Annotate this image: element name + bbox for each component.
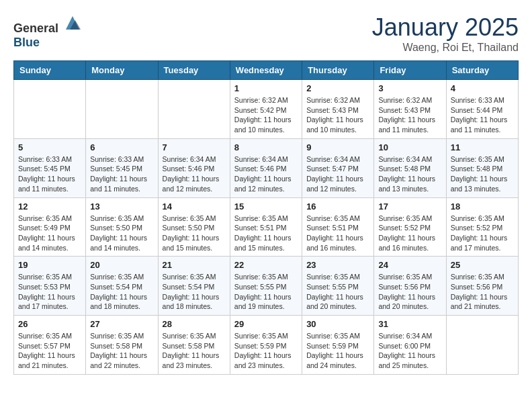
day-number: 20 [90,260,153,270]
day-cell-15: 15Sunrise: 6:35 AM Sunset: 5:51 PM Dayli… [230,197,302,257]
week-row-1: 1Sunrise: 6:32 AM Sunset: 5:42 PM Daylig… [14,80,519,139]
day-info: Sunrise: 6:35 AM Sunset: 5:59 PM Dayligh… [306,331,369,371]
logo-text: General Blue [13,13,82,50]
day-number: 29 [234,319,298,329]
day-info: Sunrise: 6:32 AM Sunset: 5:42 PM Dayligh… [234,95,298,135]
title-block: January 2025 Waeng, Roi Et, Thailand [372,13,519,54]
empty-cell [158,80,230,139]
day-cell-18: 18Sunrise: 6:35 AM Sunset: 5:52 PM Dayli… [446,197,518,257]
day-number: 18 [451,201,514,212]
day-info: Sunrise: 6:35 AM Sunset: 5:56 PM Dayligh… [451,272,514,312]
day-info: Sunrise: 6:35 AM Sunset: 5:49 PM Dayligh… [18,214,81,253]
day-info: Sunrise: 6:34 AM Sunset: 5:47 PM Dayligh… [306,154,369,194]
day-info: Sunrise: 6:35 AM Sunset: 5:53 PM Dayligh… [18,272,81,312]
day-number: 4 [451,83,514,93]
day-cell-22: 22Sunrise: 6:35 AM Sunset: 5:55 PM Dayli… [230,257,302,316]
day-cell-12: 12Sunrise: 6:35 AM Sunset: 5:49 PM Dayli… [14,197,86,257]
day-number: 8 [234,142,298,152]
weekday-header-wednesday: Wednesday [230,61,302,80]
day-cell-11: 11Sunrise: 6:35 AM Sunset: 5:48 PM Dayli… [446,138,518,197]
day-info: Sunrise: 6:35 AM Sunset: 5:56 PM Dayligh… [378,272,441,312]
day-cell-2: 2Sunrise: 6:32 AM Sunset: 5:43 PM Daylig… [302,80,374,139]
day-info: Sunrise: 6:35 AM Sunset: 5:50 PM Dayligh… [90,214,153,253]
day-info: Sunrise: 6:33 AM Sunset: 5:45 PM Dayligh… [18,154,81,194]
day-cell-8: 8Sunrise: 6:34 AM Sunset: 5:46 PM Daylig… [230,138,302,197]
day-cell-26: 26Sunrise: 6:35 AM Sunset: 5:57 PM Dayli… [14,316,86,375]
day-number: 12 [18,201,81,212]
day-cell-19: 19Sunrise: 6:35 AM Sunset: 5:53 PM Dayli… [14,257,86,316]
day-number: 3 [378,83,441,93]
day-number: 26 [18,319,81,329]
day-info: Sunrise: 6:35 AM Sunset: 5:58 PM Dayligh… [90,331,153,371]
day-cell-14: 14Sunrise: 6:35 AM Sunset: 5:50 PM Dayli… [158,197,230,257]
day-number: 27 [90,319,153,329]
day-number: 30 [306,319,369,329]
day-number: 23 [306,260,369,270]
day-info: Sunrise: 6:33 AM Sunset: 5:44 PM Dayligh… [451,95,514,135]
day-info: Sunrise: 6:35 AM Sunset: 5:51 PM Dayligh… [234,214,298,253]
day-info: Sunrise: 6:35 AM Sunset: 5:51 PM Dayligh… [306,214,369,253]
logo-icon [63,13,82,32]
day-cell-3: 3Sunrise: 6:32 AM Sunset: 5:43 PM Daylig… [374,80,446,139]
day-number: 21 [163,260,226,270]
week-row-2: 5Sunrise: 6:33 AM Sunset: 5:45 PM Daylig… [14,138,519,197]
day-number: 28 [163,319,226,329]
day-number: 5 [18,142,81,152]
day-number: 1 [234,83,298,93]
calendar-table: SundayMondayTuesdayWednesdayThursdayFrid… [13,60,519,375]
page-header: General Blue January 2025 Waeng, Roi Et,… [13,13,519,54]
day-info: Sunrise: 6:35 AM Sunset: 5:52 PM Dayligh… [378,214,441,253]
day-number: 10 [378,142,441,152]
day-cell-23: 23Sunrise: 6:35 AM Sunset: 5:55 PM Dayli… [302,257,374,316]
logo-blue: Blue [13,36,40,49]
day-number: 25 [451,260,514,270]
day-cell-21: 21Sunrise: 6:35 AM Sunset: 5:54 PM Dayli… [158,257,230,316]
day-info: Sunrise: 6:35 AM Sunset: 5:50 PM Dayligh… [163,214,226,253]
day-info: Sunrise: 6:35 AM Sunset: 5:52 PM Dayligh… [451,214,514,253]
day-info: Sunrise: 6:35 AM Sunset: 5:59 PM Dayligh… [234,331,298,371]
day-info: Sunrise: 6:32 AM Sunset: 5:43 PM Dayligh… [306,95,369,135]
location-text: Waeng, Roi Et, Thailand [372,42,519,54]
weekday-header-tuesday: Tuesday [158,61,230,80]
day-info: Sunrise: 6:35 AM Sunset: 5:58 PM Dayligh… [163,331,226,371]
day-number: 17 [378,201,441,212]
day-cell-17: 17Sunrise: 6:35 AM Sunset: 5:52 PM Dayli… [374,197,446,257]
day-info: Sunrise: 6:35 AM Sunset: 5:48 PM Dayligh… [451,154,514,194]
day-info: Sunrise: 6:34 AM Sunset: 5:46 PM Dayligh… [234,154,298,194]
day-number: 24 [378,260,441,270]
day-cell-30: 30Sunrise: 6:35 AM Sunset: 5:59 PM Dayli… [302,316,374,375]
day-cell-10: 10Sunrise: 6:34 AM Sunset: 5:48 PM Dayli… [374,138,446,197]
day-info: Sunrise: 6:35 AM Sunset: 5:54 PM Dayligh… [90,272,153,312]
week-row-4: 19Sunrise: 6:35 AM Sunset: 5:53 PM Dayli… [14,257,519,316]
day-cell-16: 16Sunrise: 6:35 AM Sunset: 5:51 PM Dayli… [302,197,374,257]
logo-general: General [13,21,58,35]
week-row-5: 26Sunrise: 6:35 AM Sunset: 5:57 PM Dayli… [14,316,519,375]
day-info: Sunrise: 6:32 AM Sunset: 5:43 PM Dayligh… [378,95,441,135]
day-cell-20: 20Sunrise: 6:35 AM Sunset: 5:54 PM Dayli… [86,257,158,316]
day-number: 16 [306,201,369,212]
day-number: 14 [163,201,226,212]
day-cell-5: 5Sunrise: 6:33 AM Sunset: 5:45 PM Daylig… [14,138,86,197]
day-cell-28: 28Sunrise: 6:35 AM Sunset: 5:58 PM Dayli… [158,316,230,375]
day-info: Sunrise: 6:34 AM Sunset: 6:00 PM Dayligh… [378,331,441,371]
day-number: 15 [234,201,298,212]
day-cell-6: 6Sunrise: 6:33 AM Sunset: 5:45 PM Daylig… [86,138,158,197]
day-info: Sunrise: 6:35 AM Sunset: 5:54 PM Dayligh… [163,272,226,312]
weekday-header-friday: Friday [374,61,446,80]
empty-cell [446,316,518,375]
weekday-header-monday: Monday [86,61,158,80]
day-number: 22 [234,260,298,270]
weekday-header-row: SundayMondayTuesdayWednesdayThursdayFrid… [14,61,519,80]
day-cell-9: 9Sunrise: 6:34 AM Sunset: 5:47 PM Daylig… [302,138,374,197]
day-number: 2 [306,83,369,93]
day-number: 11 [451,142,514,152]
day-info: Sunrise: 6:34 AM Sunset: 5:46 PM Dayligh… [163,154,226,194]
day-number: 6 [90,142,153,152]
day-cell-29: 29Sunrise: 6:35 AM Sunset: 5:59 PM Dayli… [230,316,302,375]
weekday-header-saturday: Saturday [446,61,518,80]
day-number: 19 [18,260,81,270]
empty-cell [86,80,158,139]
weekday-header-thursday: Thursday [302,61,374,80]
month-title: January 2025 [372,13,519,42]
day-info: Sunrise: 6:35 AM Sunset: 5:55 PM Dayligh… [306,272,369,312]
